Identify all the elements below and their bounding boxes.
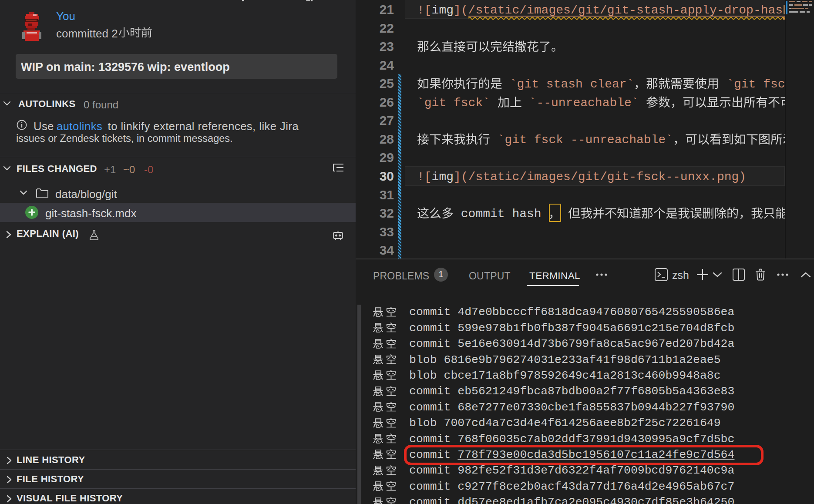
- svg-text:1: 1: [438, 269, 443, 279]
